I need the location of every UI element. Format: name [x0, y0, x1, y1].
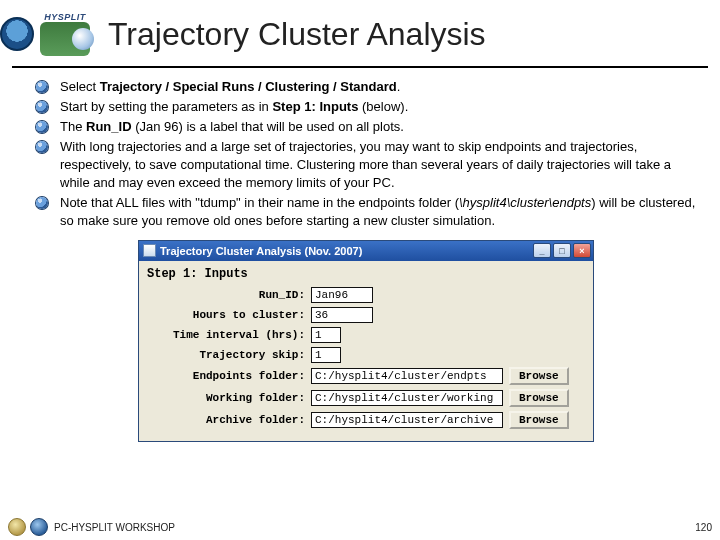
- footer-badges: [8, 518, 48, 536]
- noaa-logo-icon: [0, 17, 34, 51]
- title-divider: [12, 66, 708, 68]
- label-run-id: Run_ID:: [147, 289, 305, 301]
- noaa-seal-icon: [30, 518, 48, 536]
- hysplit-label: HYSPLIT: [40, 12, 90, 22]
- logo-block: HYSPLIT: [0, 12, 90, 56]
- bullet-text: Run_ID: [86, 119, 132, 134]
- input-skip[interactable]: [311, 347, 341, 363]
- bullet-item: The Run_ID (Jan 96) is a label that will…: [32, 118, 700, 136]
- page-title: Trajectory Cluster Analysis: [108, 16, 486, 53]
- dialog-body: Step 1: Inputs Run_ID: Hours to cluster:…: [139, 261, 593, 441]
- hysplit-logo: HYSPLIT: [40, 12, 90, 56]
- app-icon: [143, 244, 156, 257]
- minimize-button[interactable]: _: [533, 243, 551, 258]
- browse-archive-button[interactable]: Browse: [509, 411, 569, 429]
- bullet-text: .: [397, 79, 401, 94]
- label-hours: Hours to cluster:: [147, 309, 305, 321]
- row-endpts: Endpoints folder: Browse: [147, 367, 585, 385]
- step1-label: Step 1: Inputs: [147, 267, 585, 281]
- input-endpts[interactable]: [311, 368, 503, 384]
- cluster-dialog: Trajectory Cluster Analysis (Nov. 2007) …: [138, 240, 594, 442]
- bullet-text: With long trajectories and a large set o…: [60, 139, 671, 190]
- bullet-item: Start by setting the parameters as in St…: [32, 98, 700, 116]
- dialog-titlebar: Trajectory Cluster Analysis (Nov. 2007) …: [139, 241, 593, 261]
- bullet-text: (Jan 96) is a label that will be used on…: [132, 119, 404, 134]
- close-button[interactable]: ×: [573, 243, 591, 258]
- bullet-text: Start by setting the parameters as in: [60, 99, 272, 114]
- browse-working-button[interactable]: Browse: [509, 389, 569, 407]
- dialog-title: Trajectory Cluster Analysis (Nov. 2007): [160, 245, 533, 257]
- browse-endpts-button[interactable]: Browse: [509, 367, 569, 385]
- input-archive[interactable]: [311, 412, 503, 428]
- row-working: Working folder: Browse: [147, 389, 585, 407]
- doc-seal-icon: [8, 518, 26, 536]
- page-number: 120: [695, 522, 712, 533]
- row-interval: Time interval (hrs):: [147, 327, 585, 343]
- input-interval[interactable]: [311, 327, 341, 343]
- bullet-text: Note that ALL files with "tdump" in thei…: [60, 195, 459, 210]
- row-archive: Archive folder: Browse: [147, 411, 585, 429]
- label-endpts: Endpoints folder:: [147, 370, 305, 382]
- bullet-text: Select: [60, 79, 100, 94]
- bullet-text: Trajectory / Special Runs / Clustering /…: [100, 79, 397, 94]
- label-archive: Archive folder:: [147, 414, 305, 426]
- bullet-text: (below).: [358, 99, 408, 114]
- input-hours[interactable]: [311, 307, 373, 323]
- slide-header: HYSPLIT Trajectory Cluster Analysis: [0, 0, 720, 62]
- window-buttons: _ □ ×: [533, 243, 591, 258]
- label-working: Working folder:: [147, 392, 305, 404]
- bullet-text: \hysplit4\cluster\endpts: [459, 195, 591, 210]
- bullet-text: The: [60, 119, 86, 134]
- maximize-button[interactable]: □: [553, 243, 571, 258]
- label-skip: Trajectory skip:: [147, 349, 305, 361]
- bullet-list: Select Trajectory / Special Runs / Clust…: [32, 78, 700, 230]
- input-run-id[interactable]: [311, 287, 373, 303]
- bullet-item: With long trajectories and a large set o…: [32, 138, 700, 192]
- bullet-text: Step 1: Inputs: [272, 99, 358, 114]
- content-area: Select Trajectory / Special Runs / Clust…: [0, 78, 720, 442]
- input-working[interactable]: [311, 390, 503, 406]
- bullet-item: Select Trajectory / Special Runs / Clust…: [32, 78, 700, 96]
- globe-icon: [40, 22, 90, 56]
- dialog-wrap: Trajectory Cluster Analysis (Nov. 2007) …: [32, 240, 700, 442]
- label-interval: Time interval (hrs):: [147, 329, 305, 341]
- bullet-item: Note that ALL files with "tdump" in thei…: [32, 194, 700, 230]
- slide-footer: PC-HYSPLIT WORKSHOP 120: [0, 514, 720, 540]
- row-hours: Hours to cluster:: [147, 307, 585, 323]
- footer-text: PC-HYSPLIT WORKSHOP: [54, 522, 695, 533]
- row-skip: Trajectory skip:: [147, 347, 585, 363]
- row-run-id: Run_ID:: [147, 287, 585, 303]
